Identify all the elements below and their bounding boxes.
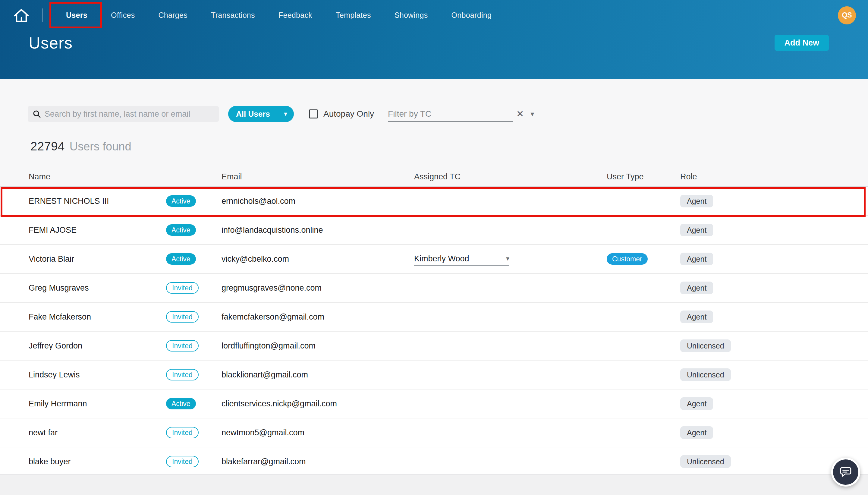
page-header-row: Users Add New xyxy=(0,31,868,52)
name-cell: ERNEST NICHOLS IIIActive xyxy=(29,195,222,207)
nav-items: UsersOfficesChargesTransactionsFeedbackT… xyxy=(66,0,491,31)
email-cell: newtmon5@gmail.com xyxy=(222,428,414,438)
nav-item-users[interactable]: Users xyxy=(66,0,87,31)
column-header-email: Email xyxy=(222,172,414,182)
table-header: Name Email Assigned TC User Type Role xyxy=(0,167,868,187)
results-count: 22794 xyxy=(31,140,65,153)
table-row[interactable]: Jeffrey GordonInvitedlordfluffington@gma… xyxy=(0,331,868,361)
autopay-label: Autopay Only xyxy=(324,109,374,119)
user-name: Lindsey Lewis xyxy=(29,370,166,379)
status-badge: Invited xyxy=(166,369,198,380)
column-header-role: Role xyxy=(680,172,868,182)
name-cell: Jeffrey GordonInvited xyxy=(29,340,222,352)
app-header: UsersOfficesChargesTransactionsFeedbackT… xyxy=(0,0,868,79)
nav-item-templates[interactable]: Templates xyxy=(336,0,371,31)
assigned-tc-value: Kimberly Wood xyxy=(414,254,469,263)
chevron-down-icon[interactable]: ▾ xyxy=(531,110,534,118)
table-row[interactable]: newt farInvitednewtmon5@gmail.comAgent xyxy=(0,419,868,447)
table-row[interactable]: ERNEST NICHOLS IIIActiveernnichols@aol.c… xyxy=(0,187,868,216)
role-cell: Agent xyxy=(680,195,868,207)
search-icon xyxy=(32,109,41,119)
tc-filter-input xyxy=(388,106,513,122)
chevron-down-icon: ▾ xyxy=(284,110,287,117)
table-row[interactable]: FEMI AJOSEActiveinfo@landacquistions.onl… xyxy=(0,216,868,245)
user-name: blake buyer xyxy=(29,457,166,466)
search-box xyxy=(28,106,219,122)
status-badge: Active xyxy=(166,398,196,409)
users-page: UsersOfficesChargesTransactionsFeedbackT… xyxy=(0,0,868,495)
role-badge: Agent xyxy=(680,253,713,265)
role-cell: Agent xyxy=(680,224,868,236)
page-title: Users xyxy=(29,33,73,52)
role-badge: Agent xyxy=(680,426,713,439)
email-cell: ernnichols@aol.com xyxy=(222,197,414,206)
role-cell: Unlicensed xyxy=(680,369,868,381)
add-new-button[interactable]: Add New xyxy=(775,35,829,51)
nav-item-feedback[interactable]: Feedback xyxy=(278,0,312,31)
assigned-tc-dropdown[interactable]: Kimberly Wood▾ xyxy=(414,252,509,266)
chat-button[interactable] xyxy=(831,458,860,487)
role-badge: Agent xyxy=(680,195,713,207)
role-cell: Agent xyxy=(680,397,868,410)
name-cell: Fake McfakersonInvited xyxy=(29,311,222,323)
status-badge: Invited xyxy=(166,311,198,323)
column-header-user-type: User Type xyxy=(607,172,680,182)
name-cell: blake buyerInvited xyxy=(29,456,222,467)
email-cell: fakemcfakerson@gmail.com xyxy=(222,312,414,322)
autopay-checkbox[interactable] xyxy=(309,109,318,118)
email-cell: gregmusgraves@none.com xyxy=(222,284,414,293)
email-cell: blacklionart@gmail.com xyxy=(222,370,414,379)
clear-icon[interactable]: ✕ xyxy=(516,109,524,118)
table-row[interactable]: Victoria BlairActivevicky@cbelko.comKimb… xyxy=(0,245,868,274)
role-badge: Unlicensed xyxy=(680,369,731,381)
users-table: Name Email Assigned TC User Type Role ER… xyxy=(0,167,868,476)
tc-filter: ✕ ▾ xyxy=(388,106,534,122)
email-cell: blakefarrar@gmail.com xyxy=(222,457,414,466)
name-cell: Victoria BlairActive xyxy=(29,253,222,265)
user-type-filter-value: All Users xyxy=(236,109,270,119)
email-cell: info@landacquistions.online xyxy=(222,225,414,235)
email-cell: vicky@cbelko.com xyxy=(222,254,414,264)
status-badge: Active xyxy=(166,195,196,207)
user-name: Victoria Blair xyxy=(29,254,166,264)
user-name: FEMI AJOSE xyxy=(29,225,166,235)
email-cell: clientservices.nickp@gmail.com xyxy=(222,399,414,409)
status-badge: Invited xyxy=(166,340,198,352)
status-badge: Invited xyxy=(166,456,198,467)
search-input[interactable] xyxy=(45,109,214,119)
user-type-cell: Customer xyxy=(607,253,680,265)
column-header-assigned-tc: Assigned TC xyxy=(414,172,607,182)
nav-item-charges[interactable]: Charges xyxy=(158,0,188,31)
table-row[interactable]: Emily HerrmannActiveclientservices.nickp… xyxy=(0,390,868,419)
name-cell: newt farInvited xyxy=(29,427,222,438)
nav-item-transactions[interactable]: Transactions xyxy=(211,0,255,31)
nav-item-showings[interactable]: Showings xyxy=(395,0,428,31)
role-badge: Agent xyxy=(680,310,713,323)
nav-divider xyxy=(42,8,43,22)
footer-band xyxy=(0,474,868,495)
user-type-filter-dropdown[interactable]: All Users ▾ xyxy=(228,106,294,122)
nav-item-offices[interactable]: Offices xyxy=(111,0,135,31)
status-badge: Active xyxy=(166,253,196,265)
role-badge: Unlicensed xyxy=(680,339,731,352)
name-cell: Greg MusgravesInvited xyxy=(29,282,222,294)
role-badge: Agent xyxy=(680,224,713,236)
chat-icon xyxy=(839,465,853,479)
status-badge: Invited xyxy=(166,282,198,294)
table-row[interactable]: blake buyerInvitedblakefarrar@gmail.comU… xyxy=(0,447,868,476)
app-logo[interactable] xyxy=(11,5,32,25)
top-nav: UsersOfficesChargesTransactionsFeedbackT… xyxy=(0,0,868,31)
home-icon xyxy=(12,6,31,25)
table-row[interactable]: Lindsey LewisInvitedblacklionart@gmail.c… xyxy=(0,361,868,390)
table-row[interactable]: Greg MusgravesInvitedgregmusgraves@none.… xyxy=(0,274,868,303)
nav-item-onboarding[interactable]: Onboarding xyxy=(451,0,492,31)
results-summary: 22794 Users found xyxy=(31,140,868,153)
name-cell: FEMI AJOSEActive xyxy=(29,224,222,236)
table-row[interactable]: Fake McfakersonInvitedfakemcfakerson@gma… xyxy=(0,303,868,331)
tc-filter-field[interactable] xyxy=(388,109,513,119)
role-cell: Agent xyxy=(680,253,868,265)
email-cell: lordfluffington@gmail.com xyxy=(222,341,414,351)
user-type-badge: Customer xyxy=(607,253,648,265)
name-cell: Emily HerrmannActive xyxy=(29,398,222,409)
user-avatar[interactable]: QS xyxy=(838,6,856,24)
